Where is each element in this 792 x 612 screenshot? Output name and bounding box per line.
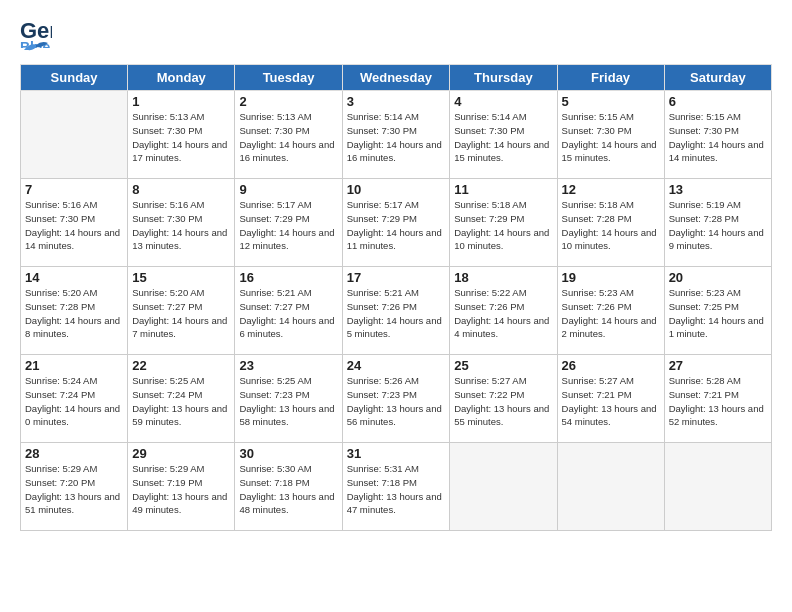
day-number: 15 (132, 270, 230, 285)
calendar-cell: 4Sunrise: 5:14 AM Sunset: 7:30 PM Daylig… (450, 91, 557, 179)
day-info: Sunrise: 5:31 AM Sunset: 7:18 PM Dayligh… (347, 462, 446, 517)
day-info: Sunrise: 5:21 AM Sunset: 7:26 PM Dayligh… (347, 286, 446, 341)
day-info: Sunrise: 5:26 AM Sunset: 7:23 PM Dayligh… (347, 374, 446, 429)
day-info: Sunrise: 5:23 AM Sunset: 7:26 PM Dayligh… (562, 286, 660, 341)
day-number: 21 (25, 358, 123, 373)
calendar-cell (450, 443, 557, 531)
day-info: Sunrise: 5:22 AM Sunset: 7:26 PM Dayligh… (454, 286, 552, 341)
day-number: 13 (669, 182, 767, 197)
day-number: 30 (239, 446, 337, 461)
day-number: 24 (347, 358, 446, 373)
day-info: Sunrise: 5:24 AM Sunset: 7:24 PM Dayligh… (25, 374, 123, 429)
day-info: Sunrise: 5:17 AM Sunset: 7:29 PM Dayligh… (239, 198, 337, 253)
calendar-cell: 15Sunrise: 5:20 AM Sunset: 7:27 PM Dayli… (128, 267, 235, 355)
calendar-cell: 23Sunrise: 5:25 AM Sunset: 7:23 PM Dayli… (235, 355, 342, 443)
calendar-cell: 12Sunrise: 5:18 AM Sunset: 7:28 PM Dayli… (557, 179, 664, 267)
calendar-cell (557, 443, 664, 531)
day-info: Sunrise: 5:20 AM Sunset: 7:27 PM Dayligh… (132, 286, 230, 341)
calendar-cell: 25Sunrise: 5:27 AM Sunset: 7:22 PM Dayli… (450, 355, 557, 443)
day-info: Sunrise: 5:27 AM Sunset: 7:21 PM Dayligh… (562, 374, 660, 429)
calendar-cell: 10Sunrise: 5:17 AM Sunset: 7:29 PM Dayli… (342, 179, 450, 267)
calendar-cell: 26Sunrise: 5:27 AM Sunset: 7:21 PM Dayli… (557, 355, 664, 443)
week-row-2: 7Sunrise: 5:16 AM Sunset: 7:30 PM Daylig… (21, 179, 772, 267)
day-info: Sunrise: 5:25 AM Sunset: 7:24 PM Dayligh… (132, 374, 230, 429)
day-info: Sunrise: 5:28 AM Sunset: 7:21 PM Dayligh… (669, 374, 767, 429)
weekday-header-thursday: Thursday (450, 65, 557, 91)
calendar-cell: 8Sunrise: 5:16 AM Sunset: 7:30 PM Daylig… (128, 179, 235, 267)
day-number: 10 (347, 182, 446, 197)
day-number: 6 (669, 94, 767, 109)
calendar-table: SundayMondayTuesdayWednesdayThursdayFrid… (20, 64, 772, 531)
weekday-header-friday: Friday (557, 65, 664, 91)
day-info: Sunrise: 5:15 AM Sunset: 7:30 PM Dayligh… (562, 110, 660, 165)
calendar-cell: 5Sunrise: 5:15 AM Sunset: 7:30 PM Daylig… (557, 91, 664, 179)
calendar-cell: 1Sunrise: 5:13 AM Sunset: 7:30 PM Daylig… (128, 91, 235, 179)
calendar-cell: 18Sunrise: 5:22 AM Sunset: 7:26 PM Dayli… (450, 267, 557, 355)
day-info: Sunrise: 5:19 AM Sunset: 7:28 PM Dayligh… (669, 198, 767, 253)
day-number: 26 (562, 358, 660, 373)
day-info: Sunrise: 5:23 AM Sunset: 7:25 PM Dayligh… (669, 286, 767, 341)
day-number: 27 (669, 358, 767, 373)
day-info: Sunrise: 5:15 AM Sunset: 7:30 PM Dayligh… (669, 110, 767, 165)
calendar-cell: 6Sunrise: 5:15 AM Sunset: 7:30 PM Daylig… (664, 91, 771, 179)
day-number: 25 (454, 358, 552, 373)
calendar-cell: 11Sunrise: 5:18 AM Sunset: 7:29 PM Dayli… (450, 179, 557, 267)
calendar-page: General Blue SundayMondayTue (0, 0, 792, 612)
day-info: Sunrise: 5:16 AM Sunset: 7:30 PM Dayligh… (25, 198, 123, 253)
day-info: Sunrise: 5:20 AM Sunset: 7:28 PM Dayligh… (25, 286, 123, 341)
day-number: 9 (239, 182, 337, 197)
day-number: 12 (562, 182, 660, 197)
day-number: 18 (454, 270, 552, 285)
day-number: 23 (239, 358, 337, 373)
calendar-cell: 21Sunrise: 5:24 AM Sunset: 7:24 PM Dayli… (21, 355, 128, 443)
weekday-header-row: SundayMondayTuesdayWednesdayThursdayFrid… (21, 65, 772, 91)
day-info: Sunrise: 5:16 AM Sunset: 7:30 PM Dayligh… (132, 198, 230, 253)
calendar-cell (21, 91, 128, 179)
calendar-cell: 9Sunrise: 5:17 AM Sunset: 7:29 PM Daylig… (235, 179, 342, 267)
day-info: Sunrise: 5:29 AM Sunset: 7:19 PM Dayligh… (132, 462, 230, 517)
calendar-cell: 31Sunrise: 5:31 AM Sunset: 7:18 PM Dayli… (342, 443, 450, 531)
day-number: 7 (25, 182, 123, 197)
calendar-cell: 7Sunrise: 5:16 AM Sunset: 7:30 PM Daylig… (21, 179, 128, 267)
day-number: 2 (239, 94, 337, 109)
day-number: 5 (562, 94, 660, 109)
weekday-header-monday: Monday (128, 65, 235, 91)
day-info: Sunrise: 5:13 AM Sunset: 7:30 PM Dayligh… (132, 110, 230, 165)
day-info: Sunrise: 5:30 AM Sunset: 7:18 PM Dayligh… (239, 462, 337, 517)
calendar-cell: 22Sunrise: 5:25 AM Sunset: 7:24 PM Dayli… (128, 355, 235, 443)
day-number: 31 (347, 446, 446, 461)
header: General Blue (20, 16, 772, 54)
calendar-cell: 29Sunrise: 5:29 AM Sunset: 7:19 PM Dayli… (128, 443, 235, 531)
weekday-header-wednesday: Wednesday (342, 65, 450, 91)
day-info: Sunrise: 5:25 AM Sunset: 7:23 PM Dayligh… (239, 374, 337, 429)
week-row-3: 14Sunrise: 5:20 AM Sunset: 7:28 PM Dayli… (21, 267, 772, 355)
day-info: Sunrise: 5:14 AM Sunset: 7:30 PM Dayligh… (454, 110, 552, 165)
day-number: 22 (132, 358, 230, 373)
calendar-cell: 17Sunrise: 5:21 AM Sunset: 7:26 PM Dayli… (342, 267, 450, 355)
day-info: Sunrise: 5:13 AM Sunset: 7:30 PM Dayligh… (239, 110, 337, 165)
day-number: 11 (454, 182, 552, 197)
calendar-cell: 14Sunrise: 5:20 AM Sunset: 7:28 PM Dayli… (21, 267, 128, 355)
week-row-1: 1Sunrise: 5:13 AM Sunset: 7:30 PM Daylig… (21, 91, 772, 179)
day-info: Sunrise: 5:18 AM Sunset: 7:29 PM Dayligh… (454, 198, 552, 253)
day-info: Sunrise: 5:21 AM Sunset: 7:27 PM Dayligh… (239, 286, 337, 341)
calendar-cell: 16Sunrise: 5:21 AM Sunset: 7:27 PM Dayli… (235, 267, 342, 355)
weekday-header-tuesday: Tuesday (235, 65, 342, 91)
calendar-cell: 2Sunrise: 5:13 AM Sunset: 7:30 PM Daylig… (235, 91, 342, 179)
day-info: Sunrise: 5:14 AM Sunset: 7:30 PM Dayligh… (347, 110, 446, 165)
weekday-header-saturday: Saturday (664, 65, 771, 91)
day-info: Sunrise: 5:17 AM Sunset: 7:29 PM Dayligh… (347, 198, 446, 253)
calendar-cell: 20Sunrise: 5:23 AM Sunset: 7:25 PM Dayli… (664, 267, 771, 355)
calendar-cell: 3Sunrise: 5:14 AM Sunset: 7:30 PM Daylig… (342, 91, 450, 179)
day-info: Sunrise: 5:27 AM Sunset: 7:22 PM Dayligh… (454, 374, 552, 429)
day-number: 16 (239, 270, 337, 285)
calendar-cell: 27Sunrise: 5:28 AM Sunset: 7:21 PM Dayli… (664, 355, 771, 443)
calendar-cell: 24Sunrise: 5:26 AM Sunset: 7:23 PM Dayli… (342, 355, 450, 443)
week-row-5: 28Sunrise: 5:29 AM Sunset: 7:20 PM Dayli… (21, 443, 772, 531)
calendar-cell (664, 443, 771, 531)
calendar-cell: 30Sunrise: 5:30 AM Sunset: 7:18 PM Dayli… (235, 443, 342, 531)
calendar-cell: 13Sunrise: 5:19 AM Sunset: 7:28 PM Dayli… (664, 179, 771, 267)
day-number: 3 (347, 94, 446, 109)
day-info: Sunrise: 5:18 AM Sunset: 7:28 PM Dayligh… (562, 198, 660, 253)
day-number: 19 (562, 270, 660, 285)
